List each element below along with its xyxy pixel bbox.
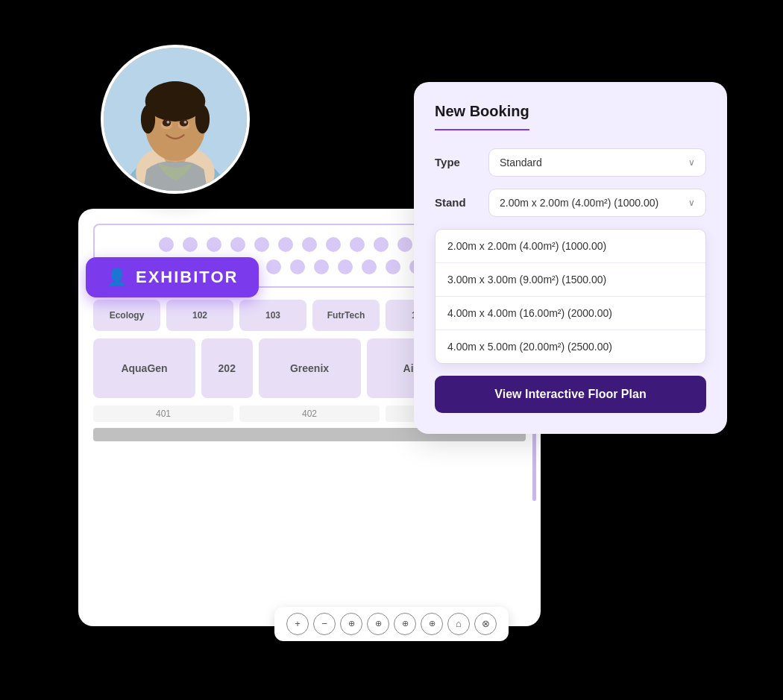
dot bbox=[183, 237, 198, 252]
type-label: Type bbox=[435, 156, 479, 168]
label-401: 401 bbox=[93, 406, 233, 422]
view-floor-plan-button[interactable]: View Interactive Floor Plan bbox=[435, 376, 706, 413]
close-button[interactable]: ⊗ bbox=[474, 613, 497, 635]
dot bbox=[254, 237, 269, 252]
dropdown-item-3[interactable]: 4.00m x 4.00m (16.00m²) (2000.00) bbox=[435, 297, 705, 330]
dot bbox=[230, 237, 245, 252]
stand-value: 2.00m x 2.00m (4.00m²) (1000.00) bbox=[500, 197, 658, 209]
svg-point-6 bbox=[141, 104, 155, 133]
dot bbox=[397, 237, 412, 252]
stand-202[interactable]: 202 bbox=[201, 338, 253, 398]
dot bbox=[350, 237, 365, 252]
home-button[interactable]: ⌂ bbox=[447, 613, 470, 635]
svg-point-7 bbox=[195, 104, 210, 133]
svg-point-8 bbox=[161, 81, 189, 103]
type-value: Standard bbox=[500, 157, 542, 168]
dot bbox=[207, 237, 221, 252]
booking-form: Type Standard ∨ Stand 2.00m x 2.00m (4.0… bbox=[435, 148, 706, 413]
scroll-right-button[interactable]: ⊕ bbox=[421, 613, 443, 635]
dot bbox=[362, 259, 377, 274]
stand-102[interactable]: 102 bbox=[166, 300, 233, 331]
dot bbox=[266, 259, 281, 274]
dot bbox=[314, 259, 329, 274]
scroll-down-button[interactable]: ⊕ bbox=[340, 613, 362, 635]
dot bbox=[159, 237, 174, 252]
chevron-down-icon: ∨ bbox=[688, 198, 695, 208]
stand-greenix[interactable]: Greenix bbox=[259, 338, 361, 398]
dot bbox=[302, 237, 317, 252]
dot bbox=[386, 259, 400, 274]
stand-select[interactable]: 2.00m x 2.00m (4.00m²) (1000.00) ∨ bbox=[488, 189, 706, 217]
stand-dropdown: 2.00m x 2.00m (4.00m²) (1000.00) 3.00m x… bbox=[435, 229, 706, 364]
exhibitor-badge: 👤 EXHIBITOR bbox=[86, 257, 259, 297]
badge-label: EXHIBITOR bbox=[136, 268, 238, 287]
dropdown-item-1[interactable]: 2.00m x 2.00m (4.00m²) (1000.00) bbox=[435, 230, 705, 263]
zoom-out-button[interactable]: − bbox=[313, 613, 336, 635]
svg-point-11 bbox=[163, 119, 172, 127]
dropdown-item-4[interactable]: 4.00m x 5.00m (20.00m²) (2500.00) bbox=[435, 330, 705, 363]
dot bbox=[290, 259, 305, 274]
zoom-in-button[interactable]: + bbox=[286, 613, 309, 635]
type-select[interactable]: Standard ∨ bbox=[488, 148, 706, 177]
dropdown-item-2[interactable]: 3.00m x 3.00m (9.00m²) (1500.00) bbox=[435, 263, 705, 297]
type-row: Type Standard ∨ bbox=[435, 148, 706, 177]
chevron-down-icon: ∨ bbox=[688, 157, 695, 168]
stand-103[interactable]: 103 bbox=[239, 300, 306, 331]
avatar bbox=[101, 45, 250, 194]
dot bbox=[278, 237, 293, 252]
label-402: 402 bbox=[239, 406, 380, 422]
dot bbox=[338, 259, 353, 274]
stand-row: Stand 2.00m x 2.00m (4.00m²) (1000.00) ∨ bbox=[435, 189, 706, 217]
stand-futrtech[interactable]: FutrTech bbox=[312, 300, 380, 331]
dot bbox=[326, 237, 341, 252]
scroll-up-button[interactable]: ⊕ bbox=[367, 613, 389, 635]
booking-panel: New Booking Type Standard ∨ Stand 2.00m … bbox=[414, 82, 727, 434]
stand-label: Stand bbox=[435, 196, 479, 209]
stand-aquagen[interactable]: AquaGen bbox=[93, 338, 195, 398]
dot bbox=[374, 237, 389, 252]
stand-ecology[interactable]: Ecology bbox=[93, 300, 160, 331]
svg-point-14 bbox=[184, 120, 187, 123]
toolbar: + − ⊕ ⊕ ⊕ ⊕ ⌂ ⊗ bbox=[274, 607, 509, 641]
svg-point-13 bbox=[166, 120, 169, 123]
person-icon: 👤 bbox=[107, 268, 127, 287]
booking-title: New Booking bbox=[435, 103, 529, 130]
scroll-left-button[interactable]: ⊕ bbox=[394, 613, 416, 635]
svg-point-12 bbox=[180, 119, 189, 127]
